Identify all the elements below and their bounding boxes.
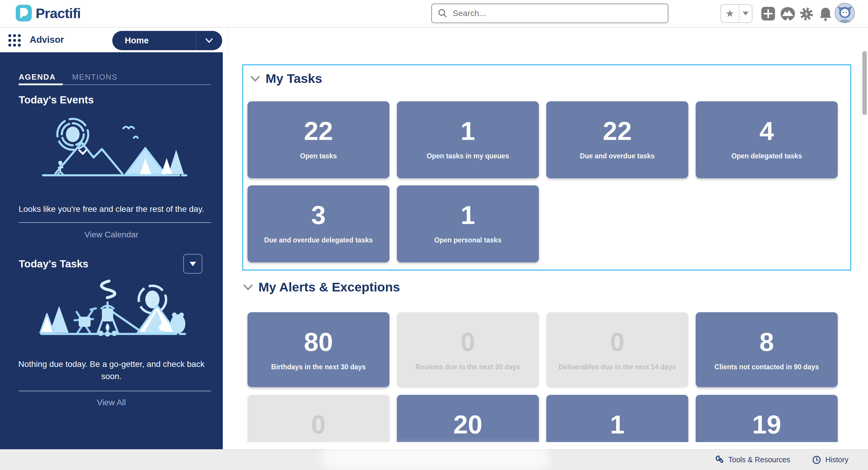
practifi-home-page: Practifi ★ (0, 0, 868, 470)
setup-button[interactable] (799, 6, 814, 23)
collapse-chevron-icon[interactable] (243, 284, 253, 291)
tile-label: Reviews due in the next 30 days (408, 363, 527, 371)
metric-tile[interactable]: 0Deliverables due in the next 14 days (546, 312, 688, 387)
chevron-down-icon (205, 37, 214, 44)
wrench-icon (715, 456, 724, 464)
notifications-button[interactable] (819, 6, 832, 23)
metric-tile[interactable]: 0 (247, 395, 390, 442)
home-nav-button[interactable]: Home (112, 31, 222, 50)
app-nav-bar: Advisor Home (0, 28, 868, 52)
tasks-section-title: Today's Tasks (19, 258, 89, 270)
metric-tile[interactable]: 1Open tasks in my queues (397, 101, 539, 178)
collapse-chevron-icon[interactable] (250, 75, 260, 82)
tile-value: 4 (760, 118, 774, 144)
tile-value: 3 (311, 202, 326, 228)
top-header: Practifi ★ (0, 0, 868, 28)
metric-tile[interactable]: 8Clients not contacted in 90 days (696, 312, 838, 387)
nav-divider (227, 28, 228, 52)
user-avatar[interactable] (835, 3, 855, 23)
favorites-star-icon[interactable]: ★ (721, 5, 739, 22)
global-search[interactable] (431, 4, 669, 23)
events-divider (19, 222, 211, 223)
tile-label: Due and overdue tasks (573, 152, 662, 160)
metric-tile[interactable]: 3Due and overdue delegated tasks (247, 185, 390, 262)
metric-tile[interactable]: 4Open delegated tasks (696, 101, 838, 178)
tools-resources-label: Tools & Resources (728, 456, 790, 464)
metric-tile[interactable]: 22Open tasks (247, 101, 390, 178)
tasks-empty-text: Nothing due today. Be a go-getter, and c… (12, 358, 211, 382)
app-launcher-button[interactable] (8, 34, 21, 49)
tile-value: 22 (603, 118, 632, 144)
caret-down-icon (743, 11, 749, 15)
history-button[interactable]: History (812, 456, 848, 464)
app-name: Advisor (30, 34, 64, 45)
events-illustration (34, 111, 189, 183)
my-alerts-section-header: My Alerts & Exceptions (243, 280, 400, 294)
tile-value: 0 (311, 411, 326, 438)
tile-value: 1 (461, 118, 475, 144)
search-input[interactable] (452, 8, 662, 19)
astro-avatar-icon (835, 4, 854, 23)
tile-label: Open delegated tasks (724, 152, 809, 160)
tile-value: 0 (461, 329, 475, 355)
my-tasks-tile-grid: 22Open tasks1Open tasks in my queues22Du… (247, 101, 838, 262)
view-all-link[interactable]: View All (12, 398, 211, 407)
favorites-menu-button[interactable] (739, 11, 752, 15)
tile-value: 19 (752, 411, 781, 438)
tile-value: 22 (304, 118, 333, 144)
section-title: My Tasks (266, 71, 322, 86)
tile-label: Open tasks in my queues (420, 152, 516, 160)
clock-icon (812, 456, 821, 464)
tile-label: Clients not contacted in 90 days (707, 363, 826, 371)
home-dashboard: My Tasks 22Open tasks1Open tasks in my q… (223, 52, 868, 442)
tile-value: 0 (610, 329, 625, 355)
my-alerts-tile-grid: 80Birthdays in the next 30 days0Reviews … (247, 312, 838, 442)
tile-value: 20 (453, 411, 483, 438)
triangle-down-icon (189, 262, 196, 266)
waffle-icon (8, 34, 21, 47)
active-tab-underline (19, 84, 63, 85)
tab-agenda[interactable]: AGENDA (19, 72, 56, 82)
tab-mentions[interactable]: MENTIONS (72, 72, 118, 82)
trailhead-button[interactable] (780, 6, 796, 23)
metric-tile[interactable]: 19 (696, 395, 838, 442)
section-title: My Alerts & Exceptions (258, 280, 400, 294)
view-calendar-link[interactable]: View Calendar (12, 230, 211, 240)
bell-icon (819, 6, 832, 21)
history-label: History (825, 456, 848, 464)
brand-name: Practifi (36, 5, 81, 21)
tasks-filter-dropdown[interactable] (183, 254, 202, 274)
tasks-divider (19, 391, 211, 391)
events-empty-text: Looks like you're free and clear the res… (12, 203, 211, 215)
tile-value: 8 (760, 329, 774, 355)
new-item-button[interactable] (761, 6, 775, 22)
utility-bar: Tools & Resources History (0, 449, 868, 470)
tile-label: Open personal tasks (427, 236, 508, 244)
search-icon (438, 9, 447, 18)
agenda-sidebar: AGENDA MENTIONS Today's Events Look (0, 52, 223, 449)
setup-gear-icon (799, 6, 814, 21)
tile-value: 1 (461, 202, 475, 228)
events-section-title: Today's Events (19, 94, 94, 106)
my-tasks-section: My Tasks 22Open tasks1Open tasks in my q… (242, 64, 851, 271)
metric-tile[interactable]: 80Birthdays in the next 30 days (247, 312, 390, 387)
favorites-split-button: ★ (720, 4, 752, 23)
practifi-logo[interactable]: Practifi (16, 4, 81, 22)
trailhead-icon (780, 6, 796, 21)
home-nav-label: Home (112, 36, 196, 45)
tile-label: Due and overdue delegated tasks (257, 236, 380, 244)
home-nav-menu-button[interactable] (196, 37, 222, 44)
metric-tile[interactable]: 22Due and overdue tasks (546, 101, 688, 178)
tile-label: Birthdays in the next 30 days (264, 363, 373, 371)
metric-tile[interactable]: 1 (546, 395, 688, 442)
metric-tile[interactable]: 1Open personal tasks (397, 185, 539, 262)
tools-resources-button[interactable]: Tools & Resources (715, 456, 790, 464)
metric-tile[interactable]: 20 (397, 395, 539, 442)
tile-label: Deliverables due in the next 14 days (552, 363, 683, 371)
tile-value: 1 (610, 411, 625, 438)
tile-label: Open tasks (293, 152, 344, 160)
metric-tile[interactable]: 0Reviews due in the next 30 days (397, 312, 539, 387)
tasks-illustration (34, 279, 189, 340)
practifi-logo-icon (16, 4, 32, 22)
scrollbar-thumb[interactable] (862, 51, 867, 115)
